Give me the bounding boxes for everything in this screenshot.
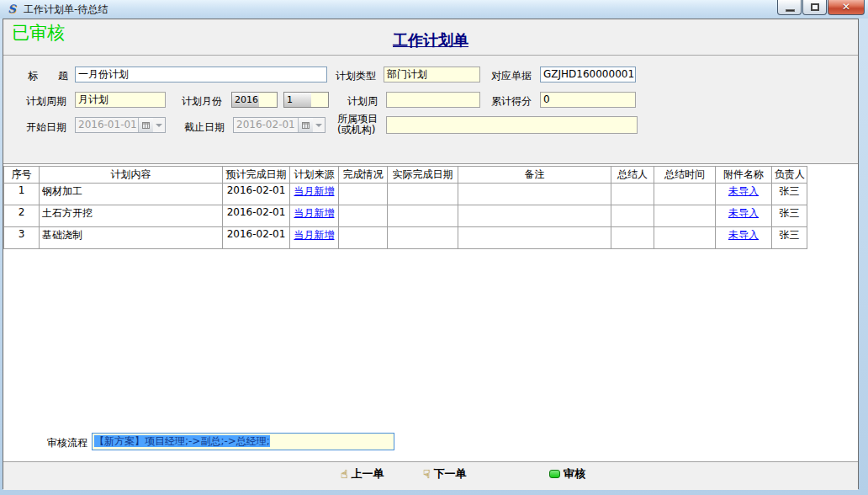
audit-icon	[549, 470, 560, 478]
col-header-seq: 序号	[4, 167, 40, 184]
app-icon: S	[5, 3, 19, 16]
end-date-picker[interactable]: 2016-02-01	[233, 117, 326, 133]
cell-content: 基础浇制	[40, 227, 223, 249]
doc-input[interactable]: GZJHD160000001	[540, 67, 636, 82]
doc-label: 对应单据	[491, 69, 532, 83]
cell-expected-date: 2016-02-01	[223, 227, 290, 249]
col-header-actual-date: 实际完成日期	[388, 167, 458, 184]
col-header-remark: 备注	[458, 167, 611, 184]
score-label: 累计得分	[491, 94, 532, 109]
cell-source: 当月新增	[290, 227, 339, 249]
attachment-link[interactable]: 未导入	[728, 207, 759, 219]
table-row: 3 基础浇制 2016-02-01 当月新增 未导入 张三	[4, 227, 807, 249]
attachment-link[interactable]: 未导入	[728, 229, 759, 241]
cell-summarizer	[611, 205, 654, 227]
month-num-value: 1	[284, 93, 311, 107]
calendar-icon[interactable]	[138, 118, 153, 132]
button-bar: ☝ 上一单 ☟ 下一单 审核	[3, 462, 858, 490]
next-button[interactable]: ☟ 下一单	[423, 466, 467, 482]
month-year-value: 2016	[232, 93, 259, 107]
close-button[interactable]: ✕	[828, 0, 865, 15]
attachment-link[interactable]: 未导入	[728, 185, 759, 197]
audit-button-label: 审核	[564, 466, 585, 482]
prev-button[interactable]: ☝ 上一单	[341, 466, 384, 482]
plan-type-field[interactable]: 部门计划	[384, 67, 480, 82]
flow-field[interactable]: 【新方案】项目经理;->副总;->总经理;	[92, 433, 394, 450]
col-header-summary-time: 总结时间	[654, 167, 716, 184]
col-header-attachment: 附件名称	[716, 167, 772, 184]
cell-remark	[458, 184, 611, 205]
page-title: 工作计划单	[3, 30, 858, 51]
flow-label: 审核流程	[47, 436, 87, 450]
cycle-field[interactable]: 月计划	[75, 92, 166, 108]
end-date-value: 2016-02-01	[234, 118, 298, 132]
minimize-icon	[786, 9, 795, 12]
cell-attachment: 未导入	[716, 205, 772, 227]
cell-source: 当月新增	[290, 205, 339, 227]
form-panel: 已审核 工作计划单 标 题 一月份计划 计划类型 部门计划 对应单据 GZJHD…	[3, 19, 859, 489]
month-num-spinner[interactable]: 1	[283, 92, 329, 108]
calendar-icon[interactable]	[298, 118, 313, 132]
col-header-completion: 完成情况	[339, 167, 388, 184]
col-header-content: 计划内容	[40, 167, 223, 184]
cell-actual-date	[388, 227, 458, 249]
table-header-row: 序号 计划内容 预计完成日期 计划来源 完成情况 实际完成日期 备注 总结人 总…	[4, 167, 807, 184]
close-icon: ✕	[828, 1, 864, 13]
cell-summary-time	[654, 184, 716, 205]
end-date-label: 截止日期	[184, 120, 225, 135]
chevron-down-icon[interactable]	[313, 118, 325, 132]
cell-completion	[339, 227, 388, 249]
cell-owner: 张三	[772, 205, 807, 227]
col-header-owner: 负责人	[772, 167, 807, 184]
cell-remark	[458, 227, 611, 249]
plan-table: 序号 计划内容 预计完成日期 计划来源 完成情况 实际完成日期 备注 总结人 总…	[3, 166, 807, 249]
cell-attachment: 未导入	[716, 184, 772, 205]
table-row: 2 土石方开挖 2016-02-01 当月新增 未导入 张三	[4, 205, 807, 227]
title-input[interactable]: 一月份计划	[75, 67, 327, 82]
prev-button-label: 上一单	[352, 466, 384, 482]
cell-source: 当月新增	[290, 184, 339, 205]
plan-type-label: 计划类型	[336, 69, 376, 83]
cell-summary-time	[654, 205, 716, 227]
cell-content: 土石方开挖	[40, 205, 223, 227]
cell-seq: 1	[4, 184, 40, 205]
week-field[interactable]	[386, 92, 480, 108]
window-titlebar[interactable]: S 工作计划单-待总结 ✕	[0, 0, 868, 19]
chevron-down-icon[interactable]	[153, 118, 165, 132]
month-year-spinner[interactable]: 2016	[231, 92, 278, 108]
cell-seq: 3	[4, 227, 40, 249]
start-date-picker[interactable]: 2016-01-01	[75, 117, 166, 133]
score-field[interactable]: 0	[540, 92, 636, 108]
project-field[interactable]	[386, 116, 638, 134]
cell-expected-date: 2016-02-01	[223, 205, 290, 227]
cell-completion	[339, 205, 388, 227]
audit-button[interactable]: 审核	[549, 466, 585, 482]
col-header-summarizer: 总结人	[611, 167, 654, 184]
minimize-button[interactable]	[777, 0, 802, 15]
source-link[interactable]: 当月新增	[294, 229, 335, 241]
divider	[3, 55, 858, 56]
window-title: 工作计划单-待总结	[24, 3, 108, 17]
cycle-label: 计划周期	[26, 94, 66, 109]
start-date-label: 开始日期	[26, 120, 66, 135]
cell-seq: 2	[4, 205, 40, 227]
cell-summary-time	[654, 227, 716, 249]
hand-up-icon: ☝	[341, 468, 348, 480]
cell-summarizer	[611, 227, 654, 249]
app-window: S 工作计划单-待总结 ✕ 已审核 工作计划单 标 题 一月份计划 计划类型 部…	[0, 0, 868, 495]
cell-owner: 张三	[772, 227, 807, 249]
cell-owner: 张三	[772, 184, 807, 205]
cell-actual-date	[388, 205, 458, 227]
cell-remark	[458, 205, 611, 227]
title-label: 标 题	[28, 69, 68, 83]
week-label: 计划周	[347, 94, 378, 109]
flow-value: 【新方案】项目经理;->副总;->总经理;	[94, 435, 270, 447]
maximize-button[interactable]	[802, 0, 827, 15]
source-link[interactable]: 当月新增	[294, 207, 335, 219]
cell-expected-date: 2016-02-01	[223, 184, 290, 205]
project-label: 所属项目(或机构)	[337, 114, 378, 136]
maximize-icon	[811, 3, 819, 11]
start-date-value: 2016-01-01	[76, 118, 138, 132]
source-link[interactable]: 当月新增	[294, 185, 335, 197]
month-label: 计划月份	[182, 94, 222, 109]
